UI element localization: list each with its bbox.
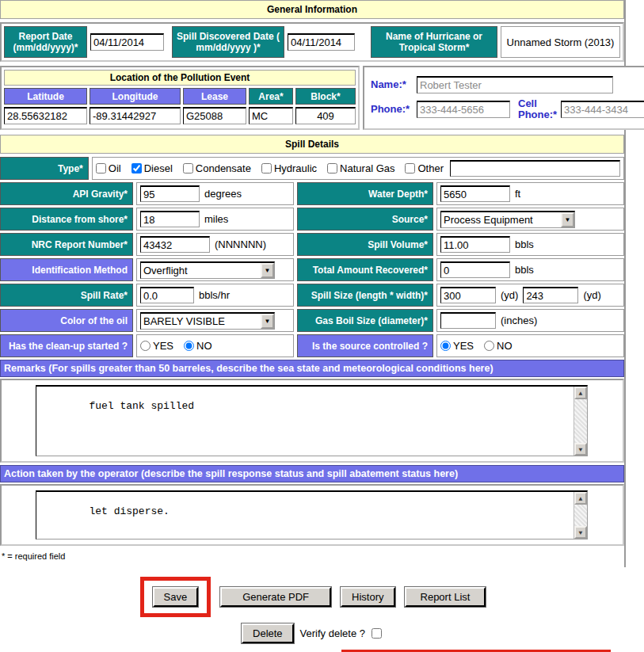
source-select-value: Process Equipment xyxy=(441,212,561,227)
scroll-up-icon[interactable]: ▲ xyxy=(574,492,587,505)
delete-row: Delete Verify delete ? xyxy=(0,623,626,643)
report-date-label: Report Date (mm/dd/yyyy)* xyxy=(4,26,87,58)
distance-input[interactable] xyxy=(140,211,200,227)
cleanup-no-radio[interactable] xyxy=(184,341,194,351)
contact-phone-input[interactable] xyxy=(417,101,510,118)
block-input[interactable] xyxy=(295,107,356,124)
report-list-button[interactable]: Report List xyxy=(405,587,486,607)
dropdown-arrow-icon[interactable]: ▼ xyxy=(561,212,574,227)
dropdown-arrow-icon[interactable]: ▼ xyxy=(261,263,274,278)
contact-name-label: Name:* xyxy=(371,79,412,90)
save-button[interactable]: Save xyxy=(153,587,199,607)
type-natural-gas-checkbox[interactable] xyxy=(327,163,337,173)
type-label: Type* xyxy=(0,157,89,180)
api-gravity-label: API Gravity* xyxy=(0,182,133,205)
remarks-scrollbar[interactable]: ▲ ▼ xyxy=(574,387,587,456)
remarks-textarea[interactable]: fuel tank spilled ▲ ▼ xyxy=(36,385,588,456)
dropdown-arrow-icon[interactable]: ▼ xyxy=(261,314,274,329)
scroll-down-icon[interactable]: ▼ xyxy=(574,443,587,456)
distance-row: Distance from shore* miles Source* Proce… xyxy=(0,208,624,231)
type-diesel-checkbox[interactable] xyxy=(131,163,142,173)
general-information-header: General Information xyxy=(0,0,624,19)
nrc-field: (NNNNNN) xyxy=(136,233,294,256)
scroll-up-icon[interactable]: ▲ xyxy=(574,387,587,399)
main-buttons-row: Save Generate PDF History Report List xyxy=(0,577,626,617)
spill-discovered-date-label: Spill Discovered Date ( mm/dd/yyyy )* xyxy=(172,26,284,58)
identification-method-value: Overflight xyxy=(141,263,261,278)
source-controlled-no-radio[interactable] xyxy=(484,341,494,351)
total-recovered-label: Total Amount Recovered* xyxy=(297,258,433,281)
oil-color-field: BARELY VISIBLE ▼ xyxy=(136,309,294,332)
generate-pdf-button[interactable]: Generate PDF xyxy=(220,587,331,607)
spill-size-field: (yd) (yd) xyxy=(436,284,624,307)
pollution-report-page: General Information Report Date (mm/dd/y… xyxy=(0,0,644,652)
spill-rate-input[interactable] xyxy=(140,287,194,303)
total-recovered-input[interactable] xyxy=(440,261,510,278)
source-controlled-field: YES NO xyxy=(436,334,624,357)
spill-rate-label: Spill Rate* xyxy=(0,284,133,307)
scroll-down-icon[interactable]: ▼ xyxy=(574,526,587,539)
spill-size-width-input[interactable] xyxy=(523,287,578,303)
cleanup-no-label: NO xyxy=(196,340,212,352)
contact-cell-label: Cell Phone:* xyxy=(518,98,556,120)
verify-delete-label: Verify delete ? xyxy=(300,627,365,639)
identification-method-select[interactable]: Overflight ▼ xyxy=(140,261,275,279)
latitude-input[interactable] xyxy=(4,107,87,124)
pollution-report-form: General Information Report Date (mm/dd/y… xyxy=(0,0,626,567)
contact-cell-input[interactable] xyxy=(561,101,644,118)
water-depth-input[interactable] xyxy=(440,185,510,202)
water-depth-field: ft xyxy=(436,182,624,205)
history-button[interactable]: History xyxy=(341,587,394,607)
spill-discovered-date-input[interactable] xyxy=(288,33,355,51)
type-oil-checkbox[interactable] xyxy=(96,163,106,173)
cleanup-yes-radio[interactable] xyxy=(140,341,151,351)
type-other-input[interactable] xyxy=(450,160,620,177)
longitude-input[interactable] xyxy=(90,107,181,124)
location-inputs-row xyxy=(4,107,356,126)
type-condensate-checkbox[interactable] xyxy=(183,163,193,173)
gas-boil-size-field: (inches) xyxy=(436,309,624,332)
gas-boil-size-label: Gas Boil Size (diameter)* xyxy=(297,309,433,332)
cleanup-started-label: Has the clean-up started ? xyxy=(0,334,133,357)
location-column-headers: Latitude Longitude Lease Area* Block* xyxy=(4,88,356,105)
api-gravity-field: degrees xyxy=(136,182,294,205)
report-date-input[interactable] xyxy=(90,33,164,51)
lease-label: Lease xyxy=(183,88,246,105)
spill-volume-input[interactable] xyxy=(440,236,510,253)
oil-color-label: Color of the oil xyxy=(0,309,133,332)
source-select[interactable]: Process Equipment ▼ xyxy=(440,211,575,228)
action-scrollbar[interactable]: ▲ ▼ xyxy=(574,492,587,539)
source-controlled-label: Is the source controlled ? xyxy=(297,334,433,357)
gas-boil-size-input[interactable] xyxy=(440,312,496,329)
type-hydraulic-checkbox[interactable] xyxy=(261,163,272,173)
action-textarea[interactable]: let disperse. ▲ ▼ xyxy=(36,490,588,540)
location-section: Location of the Pollution Event Latitude… xyxy=(0,66,360,130)
spill-volume-label: Spill Volume* xyxy=(297,233,433,256)
spill-volume-field: bbls xyxy=(436,233,624,256)
lease-input[interactable] xyxy=(183,107,246,124)
total-recovered-field: bbls xyxy=(436,258,624,281)
longitude-label: Longitude xyxy=(90,88,181,105)
spill-size-length-input[interactable] xyxy=(440,287,496,303)
spill-volume-unit: bbls xyxy=(515,238,534,250)
spill-rate-unit: bbls/hr xyxy=(199,289,230,301)
contact-name-input[interactable] xyxy=(417,76,613,93)
nrc-row: NRC Report Number* (NNNNNN) Spill Volume… xyxy=(0,233,624,256)
nrc-label: NRC Report Number* xyxy=(0,233,133,256)
source-controlled-yes-radio[interactable] xyxy=(440,341,451,351)
type-other-label: Other xyxy=(417,162,444,174)
action-header: Action taken by the operator (describe t… xyxy=(0,465,624,482)
distance-field: miles xyxy=(136,208,294,231)
api-gravity-input[interactable] xyxy=(140,185,200,202)
api-gravity-unit: degrees xyxy=(204,188,242,200)
delete-button[interactable]: Delete xyxy=(242,623,294,643)
nrc-input[interactable] xyxy=(140,236,210,253)
type-condensate-label: Condensate xyxy=(196,162,251,174)
oil-color-select[interactable]: BARELY VISIBLE ▼ xyxy=(140,312,275,330)
spill-details-header: Spill Details xyxy=(0,135,624,154)
type-row: Type* Oil Diesel Condensate Hydraulic Na… xyxy=(0,157,624,180)
area-input[interactable] xyxy=(249,107,293,124)
verify-delete-checkbox[interactable] xyxy=(372,628,382,639)
remarks-header: Remarks (For spills greater than 50 barr… xyxy=(0,360,624,377)
type-other-checkbox[interactable] xyxy=(405,163,415,173)
